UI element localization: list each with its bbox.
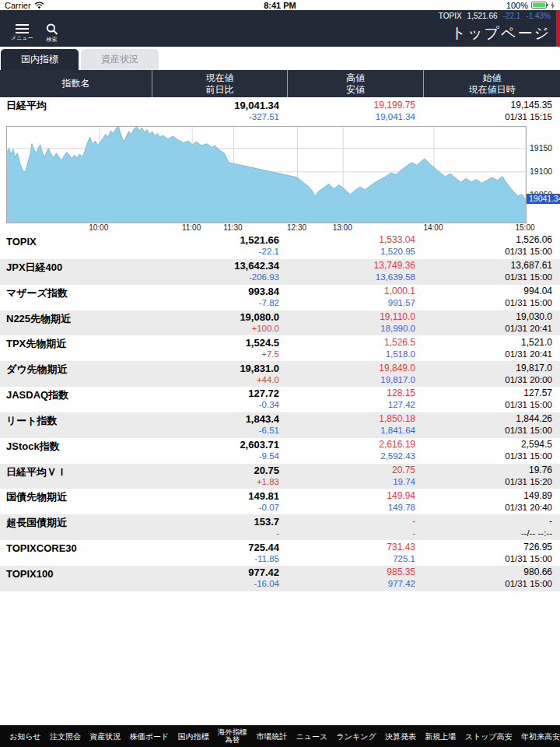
bottom-nav-item[interactable]: 株価ボード bbox=[130, 732, 169, 741]
change-value: +7.5 bbox=[152, 349, 279, 360]
bottom-nav-item[interactable]: 注文照会 bbox=[50, 732, 81, 741]
open-value: 1,526.06 bbox=[423, 234, 552, 246]
high-value: 149.94 bbox=[287, 490, 415, 502]
nikkei-intraday-chart: 191501910019050 19041.34 10:0011:0011:30… bbox=[0, 124, 560, 233]
low-value: 2,592.43 bbox=[287, 451, 415, 462]
bottom-nav-item[interactable]: お知らせ bbox=[9, 732, 41, 741]
current-value: 13,642.34 bbox=[152, 260, 279, 272]
index-name: ダウ先物期近 bbox=[0, 361, 152, 387]
index-row[interactable]: マザーズ指数 993.84 -7.82 1,000.1 991.57 994.0… bbox=[0, 285, 560, 310]
quote-datetime: 01/31 15:00 bbox=[423, 578, 552, 590]
search-button[interactable]: 検索 bbox=[46, 23, 58, 44]
index-name: TOPIX bbox=[0, 233, 152, 259]
bottom-nav-item[interactable]: ランキング bbox=[337, 732, 376, 741]
current-value: 725.44 bbox=[152, 542, 279, 553]
open-value: 980.66 bbox=[423, 566, 552, 578]
index-row[interactable]: 国債先物期近 149.81 -0.07 149.94 149.78 149.89… bbox=[0, 489, 560, 514]
clock: 8:41 PM bbox=[264, 1, 296, 10]
quote-datetime: 01/31 20:41 bbox=[423, 349, 552, 360]
x-tick-label: 11:30 bbox=[215, 223, 250, 232]
index-row[interactable]: TPX先物期近 1,524.5 +7.5 1,526.5 1,518.0 1,5… bbox=[0, 335, 560, 361]
index-row[interactable]: JASDAQ指数 127.72 -0.34 128.15 127.42 127.… bbox=[0, 387, 560, 412]
battery-percent: 100% bbox=[506, 1, 528, 10]
bottom-nav-item[interactable]: 国内指標 bbox=[177, 732, 208, 741]
header-current-change: 現在値前日比 bbox=[152, 70, 287, 97]
page-title: トップページ bbox=[451, 23, 551, 44]
index-name: リート指数 bbox=[0, 412, 152, 438]
change-value: - bbox=[152, 528, 279, 539]
index-row[interactable]: JPX日経400 13,642.34 -206.93 13,749.36 13,… bbox=[0, 259, 560, 285]
high-value: 19,110.0 bbox=[287, 311, 415, 323]
low-value: 19,041.34 bbox=[287, 111, 415, 123]
index-row[interactable]: 超長国債期近 153.7 - - - - --/-- --:-- bbox=[0, 514, 560, 540]
hamburger-icon bbox=[16, 24, 29, 33]
index-row[interactable]: リート指数 1,843.4 -6.51 1,850.18 1,841.64 1,… bbox=[0, 412, 560, 438]
index-row[interactable]: N225先物期近 19,080.0 +100.0 19,110.0 18,990… bbox=[0, 310, 560, 336]
current-value: 1,521.66 bbox=[152, 234, 279, 246]
tab-asset-status[interactable]: 資産状況 bbox=[81, 49, 159, 70]
index-name: TOPIX100 bbox=[0, 566, 152, 591]
change-value: -6.51 bbox=[152, 425, 279, 437]
low-value: 1,841.64 bbox=[287, 425, 415, 437]
low-value: 1,520.95 bbox=[287, 246, 415, 258]
bottom-nav-item[interactable]: 年初来高安 bbox=[521, 732, 560, 741]
change-value: +44.0 bbox=[152, 374, 279, 386]
menu-label: メニュー bbox=[11, 34, 33, 42]
bottom-nav-item[interactable]: 市場統計 bbox=[256, 732, 287, 741]
app-bar: TOPIX 1,521.66 -22.1 -1.43% メニュー 検索 トップペ… bbox=[0, 10, 560, 47]
index-row[interactable]: ダウ先物期近 19,831.0 +44.0 19,849.0 19,817.0 … bbox=[0, 361, 560, 387]
low-value: 18,990.0 bbox=[287, 323, 415, 335]
x-tick-label: 13:00 bbox=[325, 223, 359, 232]
index-row[interactable]: JStock指数 2,603.71 -9.54 2,616.19 2,592.4… bbox=[0, 438, 560, 464]
open-value: 1,844.26 bbox=[423, 413, 552, 425]
current-value: 19,041.34 bbox=[152, 100, 279, 111]
quote-datetime: 01/31 15:20 bbox=[423, 476, 552, 488]
topix-ticker: TOPIX 1,521.66 -22.1 -1.43% bbox=[0, 10, 560, 21]
status-bar: Carrier 8:41 PM 100% bbox=[0, 0, 560, 10]
bottom-nav-item[interactable]: 新規上場 bbox=[425, 732, 456, 741]
open-value: 19,817.0 bbox=[423, 363, 552, 374]
high-value: 19,849.0 bbox=[287, 363, 415, 374]
ticker-change-pct: -1.43% bbox=[526, 12, 551, 20]
low-value: - bbox=[287, 528, 415, 539]
index-row[interactable]: TOPIXCORE30 725.44 -11.85 731.43 725.1 7… bbox=[0, 540, 560, 566]
header-index-name: 指数名 bbox=[0, 70, 152, 97]
index-row[interactable]: TOPIX100 977.42 -16.04 985.35 977.42 980… bbox=[0, 566, 560, 591]
header-high-low: 高値安値 bbox=[287, 70, 423, 97]
bottom-nav-item[interactable]: ストップ高安 bbox=[465, 732, 513, 741]
open-value: 2,594.5 bbox=[423, 439, 552, 451]
menu-button[interactable]: メニュー bbox=[11, 24, 33, 42]
open-value: 726.95 bbox=[423, 542, 552, 553]
ticker-price: 1,521.66 bbox=[467, 12, 498, 20]
battery-icon bbox=[531, 2, 547, 9]
index-quote-list: TOPIX 1,521.66 -22.1 1,533.04 1,520.95 1… bbox=[0, 233, 560, 591]
bottom-nav-item[interactable]: 海外指標為替 bbox=[218, 728, 247, 744]
open-value: - bbox=[423, 516, 552, 528]
high-value: 128.15 bbox=[287, 388, 415, 399]
low-value: 13,639.58 bbox=[287, 272, 415, 283]
index-row[interactable]: 日経平均ＶＩ 20.75 +1.83 20.75 19.74 19.76 01/… bbox=[0, 464, 560, 489]
carrier-label: Carrier bbox=[5, 1, 31, 10]
y-tick-label: 19150 bbox=[530, 143, 552, 153]
search-label: 検索 bbox=[47, 36, 58, 44]
bottom-nav-item[interactable]: ニュース bbox=[296, 732, 327, 741]
change-value: -0.34 bbox=[152, 399, 279, 411]
high-value: 1,000.1 bbox=[287, 286, 415, 297]
bottom-nav-item[interactable]: 決算発表 bbox=[385, 732, 416, 741]
quote-datetime: 01/31 20:00 bbox=[423, 374, 552, 386]
tab-domestic-indices[interactable]: 国内指標 bbox=[1, 49, 79, 70]
high-value: 20.75 bbox=[287, 465, 415, 476]
current-value: 20.75 bbox=[152, 465, 279, 476]
change-value: -0.07 bbox=[152, 502, 279, 514]
y-tick-label: 19100 bbox=[530, 167, 552, 176]
quote-datetime: 01/31 15:00 bbox=[423, 399, 552, 411]
high-value: 13,749.36 bbox=[287, 260, 415, 272]
bottom-nav-item[interactable]: 資産状況 bbox=[89, 732, 121, 741]
quote-datetime: 01/31 20:41 bbox=[423, 323, 552, 335]
index-row-nikkei[interactable]: 日経平均 19,041.34 -327.51 19,199.75 19,041.… bbox=[0, 97, 560, 124]
current-value: 977.42 bbox=[152, 566, 279, 578]
index-name: JStock指数 bbox=[0, 438, 152, 464]
index-name: 国債先物期近 bbox=[0, 489, 152, 514]
index-row[interactable]: TOPIX 1,521.66 -22.1 1,533.04 1,520.95 1… bbox=[0, 233, 560, 259]
index-name: 日経平均ＶＩ bbox=[0, 464, 152, 489]
